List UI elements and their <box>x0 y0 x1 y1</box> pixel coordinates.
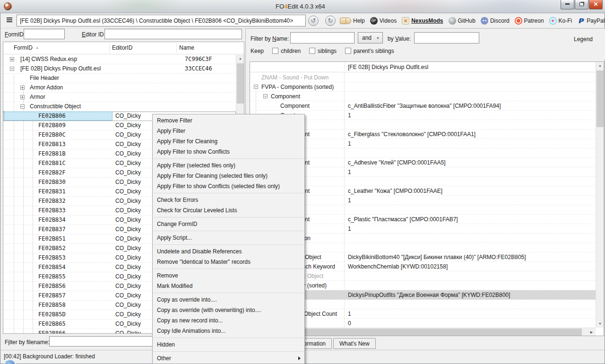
nexusmods-icon: ✕ <box>402 17 409 25</box>
menu-item-hidden[interactable]: Hidden <box>153 339 304 350</box>
detail-row[interactable]: Componentc_AntiBallisticFiber "Защитные … <box>250 101 596 111</box>
checkbox-label: children <box>281 48 301 54</box>
column-header-name[interactable]: Name <box>179 44 194 51</box>
collapse-icon[interactable]: − <box>254 85 258 89</box>
column-header-formid[interactable]: FormID▲ <box>14 44 39 51</box>
scroll-down-icon[interactable]: ▼ <box>596 320 604 328</box>
menu-item-mark-modified[interactable]: Mark Modified <box>153 281 304 291</box>
menu-item-change-formid[interactable]: Change FormID <box>153 219 304 229</box>
filter-by-filename-label: Filter by filename: <box>5 339 50 346</box>
link-label: Videos <box>380 17 397 24</box>
link-help[interactable]: Help <box>340 17 365 24</box>
back-button[interactable]: ↺ <box>308 16 319 26</box>
tree-row[interactable]: +Armor Addon <box>3 83 236 93</box>
collapse-icon[interactable]: − <box>263 94 268 98</box>
editorid-cell: CO_Dicky <box>115 160 141 166</box>
breadcrumb[interactable] <box>17 15 306 26</box>
tree-scrollbar-thumb[interactable] <box>237 63 244 104</box>
detail-row[interactable]: −Component <box>250 92 596 101</box>
checkbox-parent-s-siblings[interactable] <box>345 48 351 54</box>
expand-icon[interactable]: + <box>10 57 14 61</box>
link-videos[interactable]: GPVideos <box>370 17 397 25</box>
link-discord[interactable]: Discord <box>481 17 510 25</box>
menu-separator <box>153 217 304 217</box>
discord-icon <box>481 17 488 25</box>
menu-item-apply-filter-selected-files-only[interactable]: Apply Filter (selected files only) <box>153 160 304 171</box>
column-header-editorid[interactable]: EditorID <box>112 44 132 51</box>
filter-by-filename-input[interactable] <box>49 336 163 347</box>
editorid-cell: CO_Dicky <box>115 217 141 223</box>
link-paypal[interactable]: PPayPal <box>577 17 605 25</box>
close-button[interactable]: ✕ <box>589 0 603 9</box>
menu-item-copy-as-override-with-overwriting-into[interactable]: Copy as override (with overwriting) into… <box>153 305 304 315</box>
editorid-cell: CO_Dicky <box>115 122 141 129</box>
menu-item-apply-filter-for-cleaning-selected-files-only[interactable]: Apply Filter for Cleaning (selected file… <box>153 171 304 181</box>
editorid-cell: CO_Dicky <box>115 179 141 185</box>
forward-button[interactable]: ↻ <box>325 16 336 26</box>
expand-icon[interactable]: + <box>20 95 25 99</box>
menu-item-undelete-and-disable-references[interactable]: Undelete and Disable References <box>153 246 304 257</box>
formid-cell: FE02B855 <box>38 273 66 280</box>
link-ko-fi[interactable]: ♥Ko-Fi <box>549 17 572 25</box>
link-nexusmods[interactable]: ✕NexusMods <box>402 17 443 25</box>
field-value: 1 <box>348 169 351 175</box>
menu-item-remove-filter[interactable]: Remove Filter <box>153 115 304 126</box>
scroll-right-icon[interactable]: ▶ <box>588 328 596 336</box>
tree-row[interactable]: +[14] CWSS Redux.esp7C996C3F <box>3 55 236 64</box>
filter-by-name-input[interactable] <box>290 32 354 43</box>
formid-cell: FE02B852 <box>38 245 66 251</box>
menu-item-copy-as-new-record-into[interactable]: Copy as new record into... <box>153 315 304 326</box>
collapse-icon[interactable]: − <box>20 104 25 109</box>
checkbox-siblings[interactable] <box>309 48 315 54</box>
grid-vertical-scrollbar[interactable]: ▲ ▼ <box>596 62 604 328</box>
menu-item-apply-script[interactable]: Apply Script... <box>153 233 304 243</box>
menu-item-remove[interactable]: Remove <box>153 270 304 281</box>
checkbox-children[interactable] <box>272 48 278 54</box>
kofi-icon: ♥ <box>549 17 557 25</box>
link-label: Help <box>353 17 365 24</box>
legend-button[interactable]: Legend <box>574 36 593 43</box>
menu-separator <box>153 244 304 245</box>
field-value: WorkbenchChemlab [KYWD:00102158] <box>348 263 448 270</box>
restore-button[interactable] <box>575 0 588 9</box>
restore-icon <box>579 2 584 6</box>
tree-header: FormID▲ EditorID Name <box>3 42 244 54</box>
grid-scrollbar-thumb[interactable] <box>596 70 604 127</box>
tree-row[interactable]: −Constructible Object <box>3 102 236 112</box>
tree-row[interactable]: +Armor <box>3 93 236 102</box>
menu-item-check-for-errors[interactable]: Check for Errors <box>153 195 304 205</box>
field-label: ZNAM - Sound - Put Down <box>261 74 328 81</box>
group-name: File Header <box>30 75 59 81</box>
window-title: FO4Edit 4.0.3 x64 <box>276 3 325 10</box>
scroll-up-icon[interactable]: ▲ <box>236 55 244 62</box>
by-value-input[interactable] <box>414 32 479 43</box>
menu-item-copy-as-override-into[interactable]: Copy as override into.... <box>153 295 304 305</box>
menu-item-copy-idle-animations-into[interactable]: Copy Idle Animations into... <box>153 326 304 336</box>
editorid-input[interactable] <box>104 29 242 39</box>
formid-input[interactable] <box>24 29 65 39</box>
field-label: Component <box>271 93 300 100</box>
menu-item-apply-filter-to-show-conflicts[interactable]: Apply Filter to show Conflicts <box>153 147 304 157</box>
link-patreon[interactable]: Patreon <box>515 17 544 25</box>
link-github[interactable]: GitHub <box>449 17 475 25</box>
collapse-icon[interactable]: − <box>10 67 14 71</box>
main-menu-icon[interactable] <box>7 17 12 24</box>
grid-plugin-column-header[interactable]: [FE 02B] Dickys Pinup Outfit.esl <box>348 64 428 70</box>
menu-item-apply-filter-to-show-conflicts-selected-files-only[interactable]: Apply Filter to show Conflicts (selected… <box>153 181 304 191</box>
menu-item-apply-filter[interactable]: Apply Filter <box>153 126 304 136</box>
menu-item-apply-filter-for-cleaning[interactable]: Apply Filter for Cleaning <box>153 136 304 147</box>
menu-item-check-for-circular-leveled-lists[interactable]: Check for Circular Leveled Lists <box>153 205 304 216</box>
detail-row[interactable]: −FVPA - Components (sorted) <box>250 82 596 92</box>
scroll-up-icon[interactable]: ▲ <box>596 62 604 69</box>
filter-operator-select[interactable]: and▼ <box>358 32 383 43</box>
tab-what-s-new[interactable]: What's New <box>333 338 376 349</box>
menu-item-other[interactable]: Other <box>153 353 304 364</box>
expand-icon[interactable]: + <box>20 86 25 90</box>
detail-row[interactable]: ZNAM - Sound - Put Down <box>250 73 596 82</box>
tree-row[interactable]: File Header <box>3 74 236 83</box>
tree-row[interactable]: −[FE 02B] Dickys Pinup Outfit.esl33CCEC4… <box>3 64 236 74</box>
minimize-button[interactable] <box>561 0 574 9</box>
formid-cell: FE02B865 <box>38 321 66 327</box>
menu-item-remove-identical-to-master-records[interactable]: Remove "Identical to Master" records <box>153 257 304 267</box>
menu-separator <box>153 293 304 293</box>
